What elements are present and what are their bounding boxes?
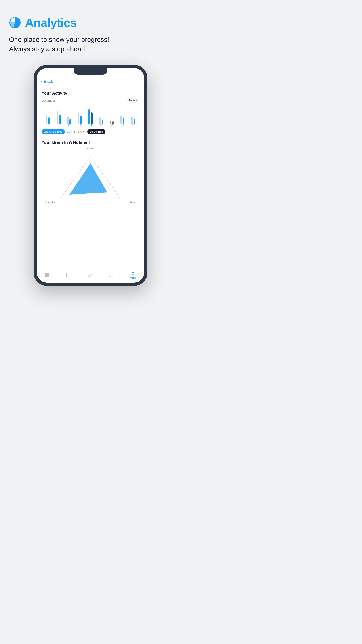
bar-16-dark <box>102 120 103 124</box>
bar-label-16: 16 <box>100 124 102 126</box>
bar-label-17: 17 <box>111 124 113 126</box>
activity-section: Your Activity December Days ▾ <box>37 86 144 126</box>
maths-label: Maths <box>87 147 94 150</box>
back-chevron-icon: ‹ <box>41 79 42 84</box>
quizzes-badge: 10 Quizzes <box>87 129 105 134</box>
nav-item-home[interactable] <box>44 272 50 278</box>
challenges-badge: 100 Challenges <box>41 129 65 134</box>
arrow-up-icon: ▲ <box>73 130 76 133</box>
profile-icon <box>130 271 136 276</box>
bar-label-12: 12 <box>57 124 60 126</box>
bar-11-light <box>46 115 47 124</box>
bar-12-light <box>56 111 58 124</box>
bar-group-15: 15 <box>88 106 92 126</box>
analytics-icon <box>9 16 21 28</box>
bar-group-11: 11 <box>46 106 50 126</box>
bottom-nav: Profile <box>37 268 144 283</box>
chat-icon <box>108 272 113 278</box>
bar-13-light <box>67 117 69 124</box>
svg-point-14 <box>132 272 134 274</box>
page: Analytics One place to show your progres… <box>0 0 181 299</box>
back-button[interactable]: ‹ Back <box>37 77 144 86</box>
bar-18-light <box>120 116 122 124</box>
bar-12-dark <box>59 115 60 124</box>
back-label: Back <box>44 80 53 84</box>
nav-item-chat[interactable] <box>108 272 113 278</box>
screen-content: Your Activity December Days ▾ <box>37 86 144 268</box>
bar-19-light <box>131 117 133 124</box>
phone-screen: ‹ Back Your Activity December Days ▾ <box>37 68 144 283</box>
filter-label: Days <box>129 99 135 102</box>
bar-label-11: 11 <box>46 124 49 126</box>
bar-11-dark <box>48 118 50 124</box>
bar-14-light <box>78 113 79 124</box>
page-title: Analytics <box>25 16 77 30</box>
bar-label-15: 15 <box>89 124 92 126</box>
bar-label-19: 19 <box>132 124 134 126</box>
bar-group-14: 14 <box>78 106 82 126</box>
subtitle: One place to show your progress! Always … <box>9 35 109 54</box>
bar-17-light <box>110 120 111 124</box>
dropdown-arrow-icon: ▾ <box>136 99 137 102</box>
bar-group-18: 18 <box>120 106 124 126</box>
bar-14-dark <box>80 116 82 124</box>
svg-rect-5 <box>45 275 47 277</box>
bar-18-dark <box>123 118 124 124</box>
bar-group-13: 13 <box>67 106 71 126</box>
bar-label-13: 13 <box>68 124 70 126</box>
bar-group-12: 12 <box>56 106 60 126</box>
svg-rect-4 <box>47 273 49 275</box>
pct-up: 10% ▲ <box>67 130 76 133</box>
phone-notch <box>74 68 107 75</box>
bar-16-light <box>99 118 101 124</box>
brain-chart-svg <box>56 152 125 204</box>
triangle-chart: Maths Chemistry Physics <box>41 147 139 205</box>
bar-label-14: 14 <box>79 124 81 126</box>
brain-section: Your Brain In A Nutshell Maths Chemistry <box>37 138 144 205</box>
bar-group-16: 16 <box>99 106 103 126</box>
svg-rect-13 <box>109 273 113 276</box>
activity-bar-chart: 11 12 <box>41 106 139 126</box>
bar-17-dark <box>112 122 114 124</box>
chemistry-label: Chemistry <box>44 201 55 204</box>
days-dropdown[interactable]: Days ▾ <box>127 98 139 103</box>
svg-rect-3 <box>45 273 47 275</box>
nav-item-trophy[interactable] <box>87 272 92 278</box>
phone-mockup: ‹ Back Your Activity December Days ▾ <box>9 65 172 286</box>
bar-label-18: 18 <box>121 124 124 126</box>
header-row: Analytics <box>9 16 77 30</box>
bar-13-dark <box>69 119 71 124</box>
stats-row: 100 Challenges 10% ▲ 5% ▼ 10 Quizzes <box>41 129 139 134</box>
learn-icon <box>66 272 71 278</box>
pct-down: 5% ▼ <box>78 130 85 133</box>
bar-group-19: 19 <box>131 106 135 126</box>
profile-nav-label: Profile <box>129 276 136 279</box>
bar-group-17: 17 <box>110 106 114 126</box>
svg-rect-6 <box>47 275 49 277</box>
phone-outer: ‹ Back Your Activity December Days ▾ <box>33 65 147 286</box>
bar-15-light <box>88 109 90 124</box>
brain-title: Your Brain In A Nutshell <box>41 140 139 145</box>
nav-item-profile[interactable]: Profile <box>129 271 136 279</box>
bar-15-dark <box>91 112 92 124</box>
physics-label: Physics <box>129 201 137 204</box>
trophy-icon <box>87 272 92 278</box>
activity-header: December Days ▾ <box>41 98 139 103</box>
svg-marker-2 <box>69 163 107 194</box>
arrow-down-icon: ▼ <box>82 130 85 133</box>
home-icon <box>44 272 50 278</box>
nav-item-learn[interactable] <box>66 272 71 278</box>
activity-title: Your Activity <box>41 91 139 96</box>
month-label: December <box>41 99 55 102</box>
bar-19-dark <box>134 119 135 124</box>
